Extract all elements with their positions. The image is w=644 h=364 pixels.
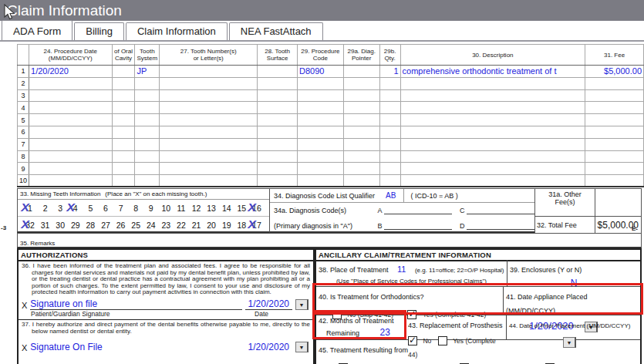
tooth-29[interactable]: 29 xyxy=(69,221,82,230)
cell-oral-cavity-row-6[interactable] xyxy=(112,126,135,138)
cell-code-row-2[interactable] xyxy=(298,77,344,89)
tooth-7[interactable]: 7 xyxy=(115,204,127,213)
tooth-31[interactable]: 31 xyxy=(39,221,52,230)
cell-tooth-numbers-row-9[interactable] xyxy=(160,163,258,175)
cell-pointer-row-4[interactable] xyxy=(343,102,379,114)
cell-description-row-7[interactable] xyxy=(400,138,585,150)
cell-oral-cavity-row-1[interactable] xyxy=(112,66,135,78)
tooth-10[interactable]: 10 xyxy=(160,204,172,213)
tab-billing[interactable]: Billing xyxy=(74,22,124,40)
cell-pointer-row-2[interactable] xyxy=(343,77,379,89)
tooth-27[interactable]: 27 xyxy=(99,221,112,230)
cell-tooth-system-row-1[interactable]: JP xyxy=(135,66,160,78)
tooth-15[interactable]: 15 xyxy=(235,204,248,213)
cell-description-row-4[interactable] xyxy=(400,102,585,114)
tooth-12[interactable]: 12 xyxy=(191,204,203,213)
tooth-21[interactable]: 21 xyxy=(191,221,203,230)
cell-oral-cavity-row-10[interactable] xyxy=(112,175,135,187)
diagnosis-slot-c-field[interactable] xyxy=(467,207,534,214)
cell-code-row-6[interactable] xyxy=(298,126,344,138)
cell-description-row-6[interactable] xyxy=(400,126,585,138)
cell-code-row-5[interactable] xyxy=(298,114,344,126)
tooth-14[interactable]: 14 xyxy=(221,204,233,213)
signature-37-date-dropdown[interactable]: ▼ xyxy=(295,342,309,352)
tooth-23[interactable]: 23 xyxy=(160,221,172,230)
cell-tooth-system-row-7[interactable] xyxy=(135,138,160,150)
signature-37-date[interactable]: 1/20/2020 xyxy=(245,342,292,352)
cell-tooth-numbers-row-5[interactable] xyxy=(160,114,258,126)
cell-pointer-row-9[interactable] xyxy=(343,163,379,175)
cell-pointer-row-3[interactable] xyxy=(343,89,379,102)
cell-code-row-9[interactable] xyxy=(298,163,344,175)
signature-36-date[interactable]: 1/20/2020 xyxy=(245,298,292,310)
cell-code-row-3[interactable] xyxy=(298,89,344,102)
cell-oral-cavity-row-7[interactable] xyxy=(112,138,135,150)
cell-qty-row-4[interactable] xyxy=(379,102,400,114)
cell-tooth-system-row-9[interactable] xyxy=(135,163,160,175)
cell-date-row-3[interactable] xyxy=(29,89,113,102)
cell-date-row-8[interactable] xyxy=(29,150,113,163)
tooth-5[interactable]: 5 xyxy=(84,204,96,213)
cell-code-row-4[interactable] xyxy=(298,102,344,114)
cell-tooth-numbers-row-6[interactable] xyxy=(160,126,258,138)
cell-fee-row-7[interactable] xyxy=(585,138,644,150)
cell-fee-row-9[interactable] xyxy=(585,163,644,175)
cell-date-row-2[interactable] xyxy=(29,77,113,89)
cell-surface-row-8[interactable] xyxy=(258,150,298,163)
cell-pointer-row-10[interactable] xyxy=(343,175,379,187)
cell-fee-row-4[interactable] xyxy=(585,102,644,114)
tab-ada-form[interactable]: ADA Form xyxy=(2,20,72,40)
cell-tooth-system-row-5[interactable] xyxy=(135,114,160,126)
cell-tooth-system-row-10[interactable] xyxy=(135,175,160,187)
signature-36-field[interactable]: Signature on file xyxy=(30,298,241,310)
cell-date-row-1[interactable]: 1/20/2020 xyxy=(29,66,113,78)
remarks-section[interactable]: 35. Remarks xyxy=(17,233,642,248)
cell-tooth-system-row-4[interactable] xyxy=(135,102,160,114)
months-remaining-value[interactable]: 23 xyxy=(379,327,389,338)
cell-tooth-system-row-8[interactable] xyxy=(135,150,160,163)
cell-surface-row-4[interactable] xyxy=(258,102,298,114)
cell-oral-cavity-row-5[interactable] xyxy=(112,114,135,126)
tooth-20[interactable]: 20 xyxy=(205,221,217,230)
cell-code-row-8[interactable] xyxy=(298,150,344,163)
cell-surface-row-6[interactable] xyxy=(258,126,298,138)
tooth-11[interactable]: 11 xyxy=(175,204,187,213)
cell-pointer-row-6[interactable] xyxy=(343,126,379,138)
tooth-30[interactable]: 30 xyxy=(54,221,66,230)
place-of-treatment-value[interactable]: 11 xyxy=(397,265,406,274)
cell-qty-row-1[interactable]: 1 xyxy=(379,66,400,78)
cell-surface-row-5[interactable] xyxy=(258,114,298,126)
tooth-3[interactable]: 3 xyxy=(54,204,66,213)
tooth-6[interactable]: 6 xyxy=(99,204,112,213)
cell-fee-row-8[interactable] xyxy=(585,150,644,163)
cell-surface-row-10[interactable] xyxy=(258,175,298,187)
diagnosis-slot-b-field[interactable] xyxy=(384,222,452,230)
cell-surface-row-2[interactable] xyxy=(258,77,298,89)
tooth-24[interactable]: 24 xyxy=(145,221,157,230)
cell-oral-cavity-row-2[interactable] xyxy=(112,77,135,89)
tooth-25[interactable]: 25 xyxy=(130,221,142,230)
tab-claim-information[interactable]: Claim Information xyxy=(126,22,228,40)
cell-date-row-4[interactable] xyxy=(29,102,113,114)
cell-description-row-1[interactable]: comprehensive orthodontic treatment of t xyxy=(400,66,585,78)
cell-surface-row-3[interactable] xyxy=(258,89,298,102)
cell-qty-row-2[interactable] xyxy=(379,77,400,89)
cell-oral-cavity-row-4[interactable] xyxy=(112,102,135,114)
tooth-28[interactable]: 28 xyxy=(84,221,96,230)
diagnosis-slot-a-field[interactable] xyxy=(384,207,452,214)
cell-description-row-8[interactable] xyxy=(400,150,585,163)
cell-tooth-numbers-row-3[interactable] xyxy=(160,89,258,102)
cell-description-row-3[interactable] xyxy=(400,89,585,102)
tooth-1[interactable]: 1X xyxy=(24,204,36,213)
cell-tooth-system-row-6[interactable] xyxy=(135,126,160,138)
cell-qty-row-10[interactable] xyxy=(379,175,400,187)
cell-tooth-numbers-row-1[interactable] xyxy=(160,66,258,78)
tooth-26[interactable]: 26 xyxy=(115,221,127,230)
cell-date-row-9[interactable] xyxy=(29,163,113,175)
cell-surface-row-9[interactable] xyxy=(258,163,298,175)
cell-fee-row-2[interactable] xyxy=(585,77,644,89)
cell-fee-row-10[interactable] xyxy=(585,175,644,187)
cell-code-row-7[interactable] xyxy=(298,138,344,150)
tooth-2[interactable]: 2 xyxy=(39,204,52,213)
tooth-19[interactable]: 19 xyxy=(221,221,233,230)
